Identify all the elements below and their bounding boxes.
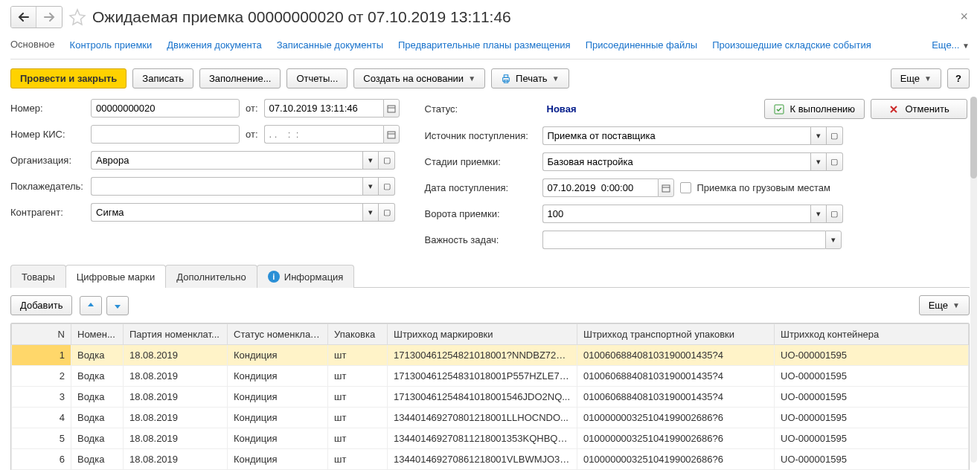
from-label: от: (246, 103, 258, 114)
dropdown-icon[interactable]: ▾ (810, 126, 827, 145)
tab-events[interactable]: Произошедшие складские события (712, 39, 871, 51)
table-row[interactable]: 6Водка18.08.2019Кондицияшт13440146927086… (12, 449, 969, 470)
dropdown-icon[interactable]: ▾ (810, 152, 827, 171)
open-icon[interactable]: ▢ (827, 205, 843, 223)
table-row[interactable]: 4Водка18.08.2019Кондицияшт13440146927080… (12, 408, 969, 428)
col-package[interactable]: Упаковка (328, 324, 388, 345)
table-cell: UO-000001595 (775, 428, 969, 449)
tab-attachments[interactable]: Присоединенные файлы (586, 39, 698, 51)
table-cell: 18.08.2019 (124, 387, 228, 408)
table-cell: 18.08.2019 (124, 345, 228, 366)
print-label: Печать (516, 73, 548, 84)
table-cell: 5 (12, 428, 71, 449)
calendar-icon[interactable] (658, 178, 674, 197)
close-icon[interactable]: × (960, 9, 968, 25)
arrival-date-label: Дата поступления: (425, 182, 537, 193)
stages-input[interactable] (542, 152, 810, 171)
col-transport-barcode[interactable]: Штрихкод транспортной упаковки (577, 324, 775, 345)
table-row[interactable]: 5Водка18.08.2019Кондицияшт13440146927081… (12, 428, 969, 449)
tab-information[interactable]: iИнформация (257, 265, 355, 288)
table-row[interactable]: 3Водка18.08.2019Кондицияшт17130046125484… (12, 387, 969, 408)
depositor-input[interactable] (91, 177, 362, 196)
tabs-more[interactable]: Еще... ▼ (932, 39, 970, 51)
number-input[interactable] (91, 99, 240, 118)
tab-goods[interactable]: Товары (10, 265, 66, 288)
dropdown-icon[interactable]: ▾ (362, 203, 379, 222)
kis-number-input[interactable] (91, 125, 240, 144)
tab-main[interactable]: Основное (10, 39, 55, 51)
gate-input[interactable] (542, 205, 810, 223)
tab-movements[interactable]: Движения документа (167, 39, 261, 51)
create-based-on-button[interactable]: Создать на основании ▼ (353, 68, 485, 88)
col-n[interactable]: N (12, 324, 71, 345)
table-row[interactable]: 2Водка18.08.2019Кондицияшт17130046125483… (12, 366, 969, 387)
table-header-row: N Номен... Партия номенклат... Статус но… (12, 324, 969, 345)
calendar-icon[interactable] (383, 125, 400, 144)
col-mark-barcode[interactable]: Штрихкод маркировки (388, 324, 577, 345)
post-and-close-button[interactable]: Провести и закрыть (10, 68, 126, 88)
tab-additional[interactable]: Дополнительно (165, 265, 257, 288)
back-button[interactable] (11, 7, 36, 28)
open-icon[interactable]: ▢ (379, 203, 395, 222)
reports-button[interactable]: Отчеты... (286, 68, 348, 88)
tab-prelim-plans[interactable]: Предварительные планы размещения (398, 39, 571, 51)
col-status[interactable]: Статус номенклат... (228, 324, 328, 345)
cancel-icon (888, 104, 899, 115)
priority-input[interactable] (542, 231, 825, 249)
cancel-button[interactable]: Отменить (871, 99, 967, 119)
table-cell: 010060688408103190001435?4 (577, 387, 775, 408)
tabs-more-label: Еще... (932, 39, 959, 51)
table-cell: шт (328, 428, 388, 449)
fill-button[interactable]: Заполнение... (199, 68, 281, 88)
table-cell: 010000000325104199002686?6 (577, 428, 775, 449)
section-tabs: Товары Цифровые марки Дополнительно iИнф… (10, 264, 970, 288)
info-icon: i (268, 271, 280, 283)
move-down-button[interactable] (106, 296, 129, 315)
date-input[interactable] (264, 99, 383, 118)
to-execution-button[interactable]: К выполнению (764, 99, 865, 119)
arrival-date-input[interactable] (542, 178, 658, 197)
tab-digital-marks[interactable]: Цифровые марки (65, 265, 166, 288)
write-button[interactable]: Записать (132, 68, 193, 88)
open-icon[interactable]: ▢ (827, 126, 843, 145)
task-icon (774, 104, 784, 115)
open-icon[interactable]: ▢ (379, 177, 395, 196)
status-value (542, 100, 758, 118)
dropdown-icon[interactable]: ▾ (825, 231, 842, 249)
depositor-label: Поклажедатель: (10, 181, 85, 192)
tab-control[interactable]: Контроль приемки (70, 39, 153, 51)
col-batch[interactable]: Партия номенклат... (124, 324, 228, 345)
organization-input[interactable] (91, 151, 362, 170)
dropdown-icon[interactable]: ▾ (810, 205, 827, 223)
contractor-input[interactable] (91, 203, 362, 222)
gate-label: Ворота приемки: (425, 208, 537, 219)
table-cell: 171300461254841018001546JDO2NQ... (388, 387, 577, 408)
table-cell: шт (328, 366, 388, 387)
kis-date-input[interactable] (264, 125, 383, 144)
vertical-scrollbar[interactable] (970, 97, 977, 463)
dropdown-icon[interactable]: ▾ (362, 151, 379, 170)
table-cell: Кондиция (228, 387, 328, 408)
help-button[interactable]: ? (947, 68, 970, 88)
add-row-button[interactable]: Добавить (10, 295, 72, 315)
col-nomenclature[interactable]: Номен... (71, 324, 124, 345)
tab-saved-docs[interactable]: Записанные документы (277, 39, 383, 51)
print-button[interactable]: Печать ▼ (491, 68, 569, 88)
organization-label: Организация: (10, 155, 85, 166)
more-button[interactable]: Еще ▼ (891, 68, 941, 88)
dropdown-icon[interactable]: ▾ (362, 177, 379, 196)
move-up-button[interactable] (80, 296, 102, 315)
table-row[interactable]: 1Водка18.08.2019Кондицияшт17130046125482… (12, 345, 969, 366)
scrollbar-thumb[interactable] (970, 97, 977, 178)
open-icon[interactable]: ▢ (379, 151, 395, 170)
calendar-icon[interactable] (383, 99, 400, 118)
grid-more-button[interactable]: Еще ▼ (919, 295, 970, 315)
source-input[interactable] (542, 126, 810, 145)
open-icon[interactable]: ▢ (827, 152, 843, 171)
by-cargo-checkbox[interactable] (680, 182, 691, 193)
forward-button[interactable] (36, 7, 62, 28)
favorite-star-icon[interactable] (68, 8, 86, 26)
data-grid: N Номен... Партия номенклат... Статус но… (10, 323, 970, 470)
col-container-barcode[interactable]: Штрихкод контейнера (775, 324, 969, 345)
form-right-column: Статус: К выполнению Отменить Источник п… (425, 99, 968, 249)
